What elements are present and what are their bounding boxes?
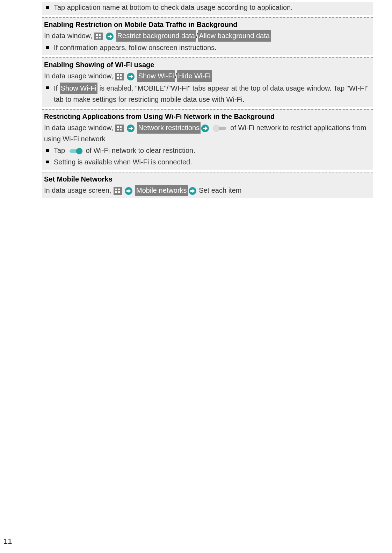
menu-icon [94, 33, 103, 40]
section-heading: Set Mobile Networks [44, 174, 371, 185]
button-network-restrictions: Network restrictions [137, 122, 201, 134]
section-heading: Enabling Showing of Wi-Fi usage [44, 59, 371, 70]
text: Tap [54, 147, 67, 154]
bullet-list: If confirmation appears, follow onscreen… [44, 42, 371, 53]
arrow-icon [189, 187, 196, 195]
menu-icon [114, 187, 122, 195]
button-mobile-networks: Mobile networks [135, 185, 188, 196]
list-item: Tap application name at bottom to check … [44, 2, 371, 13]
instruction-line: In data usage window, Network restrictio… [44, 122, 371, 144]
bullet-list: Tap of Wi-Fi network to clear restrictio… [44, 145, 371, 168]
toggle-off-icon [213, 125, 227, 132]
button-allow-bg: Allow background data [198, 30, 270, 42]
list-item: Setting is available when Wi-Fi is conne… [44, 157, 371, 168]
arrow-icon [127, 73, 135, 80]
button-hide-wifi: Hide Wi-Fi [177, 70, 211, 82]
bullet-list: Tap application name at bottom to check … [44, 2, 371, 13]
list-item: If confirmation appears, follow onscreen… [44, 42, 371, 53]
text: is enabled, "MOBILE"/"WI-FI" tabs appear… [54, 84, 369, 103]
button-restrict-bg: Restrict background data [116, 30, 196, 42]
arrow-icon [127, 125, 135, 132]
section-heading: Restricting Applications from Using Wi-F… [44, 111, 371, 122]
arrow-icon [125, 187, 132, 195]
arrow-icon [201, 125, 209, 132]
text: In data usage screen, [44, 186, 113, 194]
instruction-line: In data usage screen, Mobile networks Se… [44, 185, 371, 196]
bullet-list: If Show Wi-Fi is enabled, "MOBILE"/"WI-F… [44, 83, 371, 105]
text: In data usage window, [44, 72, 115, 80]
text: In data usage window, [44, 124, 115, 132]
text: of Wi-Fi network to clear restriction. [86, 147, 195, 154]
button-show-wifi: Show Wi-Fi [137, 70, 175, 82]
button-show-wifi-inline: Show Wi-Fi [60, 83, 97, 94]
toggle-on-icon [68, 148, 82, 155]
arrow-icon [106, 33, 114, 40]
text: Set each item [199, 186, 241, 194]
text: If [54, 84, 60, 92]
section-heading: Enabling Restriction on Mobile Data Traf… [44, 19, 371, 30]
list-item: If Show Wi-Fi is enabled, "MOBILE"/"WI-F… [44, 83, 371, 105]
section-mobile-networks: Set Mobile Networks In data usage screen… [42, 172, 373, 198]
menu-icon [115, 73, 124, 80]
section-show-wifi: Enabling Showing of Wi-Fi usage In data … [42, 57, 373, 107]
instruction-line: In data usage window, Show Wi-Fi/Hide Wi… [44, 70, 371, 82]
instruction-line: In data window, Restrict background data… [44, 30, 371, 42]
section-restrict-background: Enabling Restriction on Mobile Data Traf… [42, 17, 373, 55]
menu-icon [115, 125, 124, 132]
section-restrict-wifi-apps: Restricting Applications from Using Wi-F… [42, 109, 373, 170]
list-item: Tap of Wi-Fi network to clear restrictio… [44, 145, 371, 156]
section-continued: Tap application name at bottom to check … [42, 2, 373, 15]
text: In data window, [44, 32, 94, 40]
